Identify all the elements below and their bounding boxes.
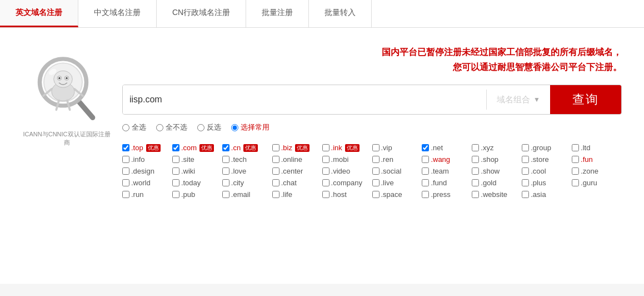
domain-item-life[interactable]: .life (272, 190, 322, 199)
radio-common[interactable]: 选择常用 (231, 122, 269, 132)
domain-item-net[interactable]: .net (422, 144, 472, 152)
domain-combo-label: 域名组合 (497, 95, 530, 105)
domain-name-world: .world (131, 179, 151, 187)
domain-item-email[interactable]: .email (222, 190, 272, 199)
domain-name-biz: .biz (281, 144, 292, 152)
tab-en-domain[interactable]: 英文域名注册 (0, 0, 78, 27)
domain-item-store[interactable]: .store (522, 155, 572, 164)
domain-item-gold[interactable]: .gold (472, 179, 522, 187)
tab-cn-domain[interactable]: 中文域名注册 (78, 0, 157, 27)
robot-subtitle: ICANN与CNNIC双认证国际注册商 (22, 130, 111, 147)
notice-line2: 您可以通过耐思智慧香港公司平台下注册。 (453, 62, 622, 72)
tab-batch-reg[interactable]: 批量注册 (246, 0, 309, 27)
domain-item-social[interactable]: .social (372, 167, 422, 175)
domain-name-site: .site (181, 155, 194, 164)
domain-name-ink: .ink (331, 144, 342, 152)
domain-name-guru: .guru (581, 179, 597, 187)
domain-item-center[interactable]: .center (272, 167, 322, 175)
domain-combo-btn[interactable]: 域名组合 ▼ (487, 85, 550, 114)
domain-name-show: .show (481, 167, 500, 175)
radio-invert[interactable]: 反选 (197, 122, 221, 132)
search-right: 国内平台已暂停注册未经过国家工信部批复的所有后缀域名， 您可以通过耐思智慧香港公… (122, 45, 622, 199)
tab-cn-admin[interactable]: CN行政域名注册 (157, 0, 246, 27)
domain-name-vip: .vip (381, 144, 392, 152)
domain-name-asia: .asia (531, 190, 546, 199)
domain-name-online: .online (281, 155, 302, 164)
domain-item-run[interactable]: .run (122, 190, 172, 199)
search-button[interactable]: 查询 (550, 85, 621, 114)
domain-item-team[interactable]: .team (422, 167, 472, 175)
domain-name-design: .design (131, 167, 154, 175)
domain-item-today[interactable]: .today (172, 179, 222, 187)
radio-all[interactable]: 全选 (122, 122, 146, 132)
main-content: ICANN与CNNIC双认证国际注册商 国内平台已暂停注册未经过国家工信部批复的… (0, 28, 644, 284)
domain-item-plus[interactable]: .plus (522, 179, 572, 187)
domain-name-wang: .wang (431, 155, 450, 164)
domain-item-live[interactable]: .live (372, 179, 422, 187)
domain-item-group[interactable]: .group (522, 144, 572, 152)
domain-item-chat[interactable]: .chat (272, 179, 322, 187)
domain-name-run: .run (131, 190, 143, 199)
domain-item-host[interactable]: .host (322, 190, 372, 199)
domain-name-life: .life (281, 190, 292, 199)
domain-item-top[interactable]: .top优惠 (122, 144, 172, 152)
domain-item-site[interactable]: .site (172, 155, 222, 164)
radio-none[interactable]: 全不选 (156, 122, 187, 132)
domain-item-cool[interactable]: .cool (522, 167, 572, 175)
domain-item-press[interactable]: .press (422, 190, 472, 199)
domain-item-show[interactable]: .show (472, 167, 522, 175)
domain-item-pub[interactable]: .pub (172, 190, 222, 199)
domain-item-ink[interactable]: .ink优惠 (322, 144, 372, 152)
tab-bar: 英文域名注册 中文域名注册 CN行政域名注册 批量注册 批量转入 (0, 0, 644, 28)
domain-name-love: .love (231, 167, 246, 175)
domain-name-store: .store (531, 155, 549, 164)
domain-name-today: .today (181, 179, 201, 187)
domain-item-company[interactable]: .company (322, 179, 372, 187)
domain-item-world[interactable]: .world (122, 179, 172, 187)
domain-name-pub: .pub (181, 190, 195, 199)
domain-item-design[interactable]: .design (122, 167, 172, 175)
robot-icon (31, 50, 103, 128)
domain-item-xyz[interactable]: .xyz (472, 144, 522, 152)
domain-item-website[interactable]: .website (472, 190, 522, 199)
domain-item-guru[interactable]: .guru (572, 179, 622, 187)
domain-name-chat: .chat (281, 179, 297, 187)
domain-badge-top: 优惠 (146, 144, 161, 152)
svg-line-0 (77, 100, 93, 118)
domain-item-mobi[interactable]: .mobi (322, 155, 372, 164)
search-bar: 域名组合 ▼ 查询 (122, 85, 622, 115)
domain-name-fund: .fund (431, 179, 447, 187)
domain-item-ren[interactable]: .ren (372, 155, 422, 164)
domain-name-zone: .zone (581, 167, 598, 175)
domain-item-online[interactable]: .online (272, 155, 322, 164)
domain-name-group: .group (531, 144, 551, 152)
domain-item-ltd[interactable]: .ltd (572, 144, 622, 152)
domain-name-gold: .gold (481, 179, 496, 187)
domain-item-fun[interactable]: .fun (572, 155, 622, 164)
domain-name-social: .social (381, 167, 402, 175)
domain-name-fun: .fun (581, 155, 593, 164)
domain-item-zone[interactable]: .zone (572, 167, 622, 175)
domain-name-xyz: .xyz (481, 144, 493, 152)
domain-item-tech[interactable]: .tech (222, 155, 272, 164)
domain-badge-ink: 优惠 (345, 144, 360, 152)
domain-item-wang[interactable]: .wang (422, 155, 472, 164)
domain-item-fund[interactable]: .fund (422, 179, 472, 187)
domain-item-video[interactable]: .video (322, 167, 372, 175)
domain-item-cn[interactable]: .cn优惠 (222, 144, 272, 152)
domain-item-shop[interactable]: .shop (472, 155, 522, 164)
domain-item-wiki[interactable]: .wiki (172, 167, 222, 175)
domain-item-space[interactable]: .space (372, 190, 422, 199)
domain-name-tech: .tech (231, 155, 247, 164)
domain-name-email: .email (231, 190, 251, 199)
domain-item-vip[interactable]: .vip (372, 144, 422, 152)
domain-item-biz[interactable]: .biz优惠 (272, 144, 322, 152)
domain-item-info[interactable]: .info (122, 155, 172, 164)
domain-item-com[interactable]: .com优惠 (172, 144, 222, 152)
search-input[interactable] (123, 85, 486, 114)
domain-item-city[interactable]: .city (222, 179, 272, 187)
tab-batch-transfer[interactable]: 批量转入 (309, 0, 372, 27)
domain-item-love[interactable]: .love (222, 167, 272, 175)
domain-name-plus: .plus (531, 179, 546, 187)
domain-item-asia[interactable]: .asia (522, 190, 572, 199)
